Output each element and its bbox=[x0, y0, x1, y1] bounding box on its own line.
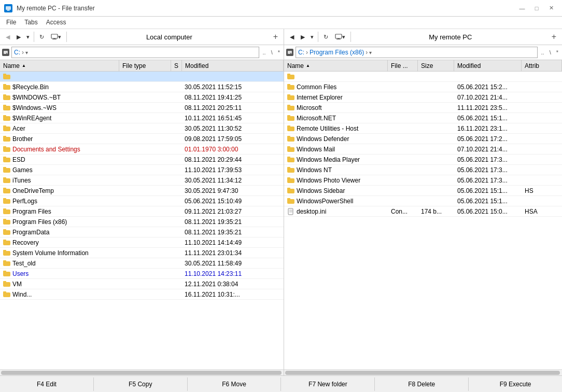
right-hscroll-thumb[interactable] bbox=[285, 371, 560, 375]
left-path-c[interactable]: C: bbox=[14, 49, 20, 56]
left-back-dropdown[interactable]: ▾ bbox=[25, 33, 31, 41]
right-addr-up[interactable]: .. bbox=[540, 49, 546, 56]
right-path-c[interactable]: C: bbox=[298, 49, 304, 56]
right-hscroll[interactable] bbox=[284, 369, 562, 375]
left-file-row[interactable]: Users11.10.2021 14:23:11 bbox=[0, 269, 284, 279]
left-file-row[interactable]: Program Files09.11.2021 21:03:27 bbox=[0, 206, 284, 217]
right-path-bar[interactable]: C: › Program Files (x86) › ▾ bbox=[296, 47, 538, 58]
right-file-row[interactable]: Windows Media Player05.06.2021 17:3... bbox=[284, 155, 562, 165]
left-file-row[interactable]: ESD08.11.2021 20:29:44 bbox=[0, 155, 284, 165]
left-file-row[interactable]: OneDriveTemp30.05.2021 9:47:30 bbox=[0, 186, 284, 196]
bottom-btn-f9-execute[interactable]: F9 Execute bbox=[469, 377, 562, 391]
right-path-arrow[interactable]: ▾ bbox=[369, 50, 372, 55]
menu-tabs[interactable]: Tabs bbox=[20, 18, 41, 27]
right-file-row[interactable]: desktop.iniCon...174 b...05.06.2021 15:0… bbox=[284, 206, 562, 217]
left-file-row[interactable] bbox=[0, 72, 284, 82]
left-file-row[interactable]: Acer30.05.2021 11:30:52 bbox=[0, 123, 284, 134]
folder-icon bbox=[3, 188, 10, 193]
left-file-row[interactable]: $WinREAgent10.11.2021 16:51:45 bbox=[0, 113, 284, 123]
left-file-row[interactable]: Program Files (x86)08.11.2021 19:35:21 bbox=[0, 217, 284, 227]
right-file-row[interactable]: Windows Mail07.10.2021 21:4... bbox=[284, 144, 562, 155]
left-col-name[interactable]: Name ▲ bbox=[0, 60, 119, 71]
right-file-row[interactable]: Windows Photo Viewer05.06.2021 17:3... bbox=[284, 175, 562, 186]
right-col-size[interactable]: Size bbox=[418, 60, 454, 71]
minimize-button[interactable]: — bbox=[515, 3, 529, 13]
close-button[interactable]: ✕ bbox=[544, 3, 558, 13]
right-path-progfiles[interactable]: Program Files (x86) bbox=[310, 49, 364, 56]
left-hscroll-thumb[interactable] bbox=[1, 371, 282, 375]
left-addr-star[interactable]: * bbox=[276, 49, 282, 56]
left-file-type bbox=[119, 283, 171, 285]
left-file-row[interactable]: Test_old30.05.2021 11:58:49 bbox=[0, 258, 284, 269]
left-file-type bbox=[119, 190, 171, 192]
menu-file[interactable]: File bbox=[2, 18, 20, 27]
left-file-row[interactable]: Wind...16.11.2021 10:31:... bbox=[0, 289, 284, 300]
folder-icon bbox=[3, 291, 10, 297]
left-file-row[interactable]: Documents and Settings01.01.1970 3:00:00 bbox=[0, 144, 284, 155]
right-addr-back[interactable]: \ bbox=[548, 49, 553, 56]
right-refresh-button[interactable]: ↻ bbox=[321, 32, 331, 42]
right-file-row[interactable]: Microsoft.NET05.06.2021 15:1... bbox=[284, 113, 562, 123]
right-file-type bbox=[388, 159, 418, 161]
bottom-btn-f4-edit[interactable]: F4 Edit bbox=[0, 377, 94, 391]
left-back-button[interactable]: ◀ bbox=[3, 32, 12, 42]
right-col-attrib[interactable]: Attrib bbox=[522, 60, 562, 71]
right-file-list[interactable]: Common Files05.06.2021 15:2...Internet E… bbox=[284, 72, 562, 369]
right-addr-star[interactable]: * bbox=[555, 49, 560, 56]
right-forward-button[interactable]: ▶ bbox=[298, 32, 307, 42]
right-col-modified[interactable]: Modified bbox=[454, 60, 522, 71]
right-file-row[interactable]: Windows NT05.06.2021 17:3... bbox=[284, 165, 562, 175]
left-col-modified[interactable]: Modified bbox=[182, 60, 284, 71]
right-add-button[interactable]: + bbox=[549, 31, 559, 43]
left-col-s[interactable]: S bbox=[171, 60, 182, 71]
left-file-row[interactable]: Brother09.08.2021 17:59:05 bbox=[0, 134, 284, 144]
right-file-row[interactable]: Microsoft11.11.2021 23:5... bbox=[284, 103, 562, 113]
left-file-row[interactable]: $Windows.~WS08.11.2021 20:25:11 bbox=[0, 103, 284, 113]
left-col-type[interactable]: File type bbox=[119, 60, 171, 71]
right-file-type bbox=[388, 179, 418, 181]
left-file-row[interactable]: Games11.10.2021 17:39:53 bbox=[0, 165, 284, 175]
right-col-filetype[interactable]: File ... bbox=[388, 60, 418, 71]
bottom-btn-f5-copy[interactable]: F5 Copy bbox=[94, 377, 188, 391]
left-hscroll[interactable] bbox=[0, 369, 284, 375]
right-file-row[interactable]: WindowsPowerShell05.06.2021 15:1... bbox=[284, 196, 562, 206]
right-file-row[interactable]: Windows Sidebar05.06.2021 15:1...HS bbox=[284, 186, 562, 196]
left-monitor-button[interactable]: ▾ bbox=[48, 32, 64, 42]
left-addr-up[interactable]: .. bbox=[261, 49, 268, 56]
left-file-row[interactable]: $Recycle.Bin30.05.2021 11:52:15 bbox=[0, 82, 284, 92]
left-toolbar: ◀ ▶ ▾ ↻ ▾ Local computer + bbox=[0, 29, 284, 45]
left-add-button[interactable]: + bbox=[271, 31, 280, 43]
left-file-row[interactable]: VM12.11.2021 0:38:04 bbox=[0, 279, 284, 289]
right-file-row[interactable]: Windows Defender05.06.2021 17:2... bbox=[284, 134, 562, 144]
left-file-list[interactable]: $Recycle.Bin30.05.2021 11:52:15$WINDOWS.… bbox=[0, 72, 284, 369]
left-file-row[interactable]: iTunes30.05.2021 11:34:12 bbox=[0, 175, 284, 186]
right-file-row[interactable]: Common Files05.06.2021 15:2... bbox=[284, 82, 562, 92]
right-file-row[interactable] bbox=[284, 72, 562, 82]
bottom-btn-f7-new-folder[interactable]: F7 New folder bbox=[281, 377, 375, 391]
right-back-dropdown[interactable]: ▾ bbox=[309, 33, 315, 41]
maximize-button[interactable]: □ bbox=[530, 3, 543, 13]
menu-access[interactable]: Access bbox=[42, 18, 71, 27]
left-pane: Name ▲ File type S Modified $Recycle.Bin… bbox=[0, 60, 284, 375]
left-file-row[interactable]: Recovery11.10.2021 14:14:49 bbox=[0, 237, 284, 248]
left-drive-icon bbox=[2, 49, 9, 56]
left-addr-back[interactable]: \ bbox=[270, 49, 274, 56]
bottom-btn-f8-delete[interactable]: F8 Delete bbox=[375, 377, 469, 391]
left-file-s bbox=[171, 107, 181, 109]
bottom-btn-f6-move[interactable]: F6 Move bbox=[188, 377, 282, 391]
left-forward-button[interactable]: ▶ bbox=[14, 32, 23, 42]
right-file-row[interactable]: Internet Explorer07.10.2021 21:4... bbox=[284, 92, 562, 103]
right-col-name[interactable]: Name ▲ bbox=[284, 60, 388, 71]
right-file-row[interactable]: Remote Utilities - Host16.11.2021 23:1..… bbox=[284, 123, 562, 134]
left-refresh-button[interactable]: ↻ bbox=[37, 32, 47, 42]
right-back-button[interactable]: ◀ bbox=[287, 32, 297, 42]
left-path-arrow[interactable]: ▾ bbox=[25, 50, 28, 55]
left-file-row[interactable]: $WINDOWS.~BT08.11.2021 19:41:25 bbox=[0, 92, 284, 103]
left-file-modified: 08.11.2021 19:35:21 bbox=[181, 217, 284, 227]
left-file-row[interactable]: ProgramData08.11.2021 19:35:21 bbox=[0, 227, 284, 237]
right-monitor-button[interactable]: ▾ bbox=[332, 32, 348, 42]
left-file-row[interactable]: PerfLogs05.06.2021 15:10:49 bbox=[0, 196, 284, 206]
left-path-bar[interactable]: C: › ▾ bbox=[11, 47, 259, 58]
left-file-row[interactable]: System Volume Information11.11.2021 23:0… bbox=[0, 248, 284, 258]
left-file-s bbox=[171, 273, 181, 275]
